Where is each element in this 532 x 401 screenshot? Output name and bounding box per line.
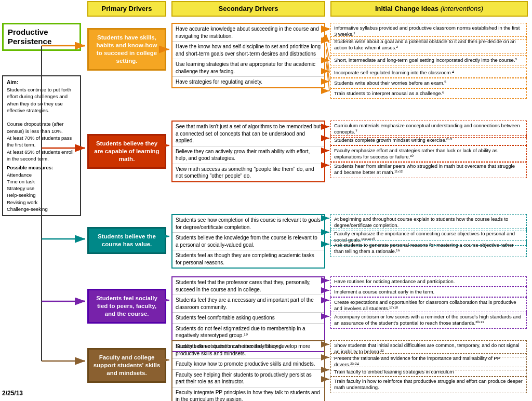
aim-title: Aim: [7,79,76,86]
ic-2: Students write about a goal and a potent… [330,36,527,54]
sg1-item4: Have strategies for regulating anxiety. [172,77,324,87]
ic-6: Train students to interpret arousal as a… [330,88,527,99]
svg-line-25 [326,63,329,91]
sg3-item2: Students believe the knowledge from the … [172,233,324,250]
sg5-item4: Faculty integrate PP principles in how t… [172,387,324,402]
header-secondary: Secondary Drivers [171,1,325,17]
sg5-item2: Faculty know how to promote productive s… [172,359,324,370]
measures-list: AttendanceTime on taskStrategy useHelp-s… [7,171,76,213]
ic-5: Students write about their worries befor… [330,78,527,88]
date-label: 2/25/13 [2,390,23,397]
sg1-item3: Use learning strategies that are appropr… [172,59,324,77]
primary-driver-3: Students believe the course has value. [87,227,166,254]
sg4-item4: Students do not feel stigmatized due to … [172,324,324,341]
ic-17: Accompany criticism or low scores with a… [330,312,527,329]
sg4-item3: Students feel comfortable asking questio… [172,313,324,324]
sg5-item3: Faculty see helping their students to pr… [172,370,324,387]
ic-9: Faculty emphasize effort and strategies … [330,145,527,163]
svg-line-22 [326,43,329,59]
sg2-item1: See that math isn't just a set of algori… [172,122,324,146]
secondary-group-2: See that math isn't just a set of algori… [171,121,325,182]
svg-line-24 [326,57,329,81]
secondary-group-1: Have accurate knowledge about succeeding… [171,23,325,88]
ic-21: Train faculty in how to reinforce that p… [330,376,527,393]
ic-8: Students complete growth mindset writing… [330,135,527,145]
sg2-item3: View math success as something "people l… [172,164,324,181]
primary-driver-5: Faculty and college support students' sk… [87,348,166,383]
ic-3: Short, intermediate and long-term goal s… [330,55,527,65]
svg-line-23 [326,49,329,73]
sg1-item1: Have accurate knowledge about succeeding… [172,24,324,42]
header-initial: Initial Change Ideas (interventions) [330,1,528,17]
ic-14: Have routines for noticing attendance an… [330,276,527,287]
header-primary: Primary Drivers [87,1,166,17]
secondary-group-5: Faculty believe students can succeed if … [171,340,325,401]
sg4-item1: Students feel that the professor cares t… [172,277,324,295]
ic-15: Implement a course contract early in the… [330,287,527,297]
ic-10: Students hear from similar peers who str… [330,161,527,178]
secondary-group-3: Students see how completion of this cour… [171,214,325,269]
sg3-item3: Students feel as though they are complet… [172,250,324,268]
primary-driver-4: Students feel socially tied to peers, fa… [87,289,166,324]
sg1-item2: Have the know-how and self-discipline to… [172,42,324,59]
svg-line-21 [326,39,329,43]
sg3-item1: Students see how completion of this cour… [172,215,324,233]
primary-driver-2: Students believe they are capable of lea… [87,134,166,169]
ic-4: Incorporate self-regulated learning into… [330,68,527,78]
aim-box: Aim: Students continue to put forth effo… [2,75,81,216]
primary-driver-1: Students have skills, habits and know-ho… [87,28,166,71]
sg2-item2: Believe they can actively grow their mat… [172,146,324,164]
initial-header-text: Initial Change Ideas (interventions) [375,5,483,12]
ic-13: Ask students to generate personal reason… [330,240,527,257]
sg4-item2: Students feel they are a necessary and i… [172,295,324,313]
measures-title: Possible measures: [7,164,76,171]
sg5-item1: Faculty believe students can succeed if … [172,341,324,359]
aim-body: Students continue to put forth effort du… [7,86,76,162]
productive-persistence-title: Productive Persistence [2,23,81,56]
